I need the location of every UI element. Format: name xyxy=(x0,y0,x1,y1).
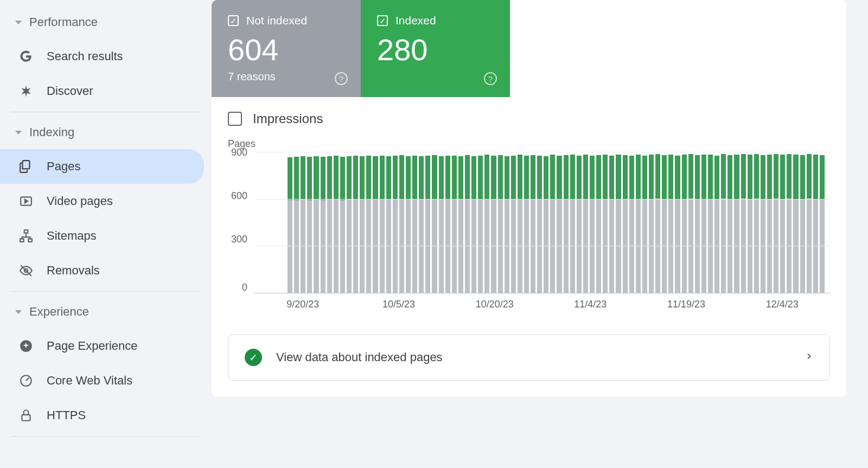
bar[interactable] xyxy=(353,152,358,293)
bar[interactable] xyxy=(307,152,312,293)
bar[interactable] xyxy=(531,152,535,293)
bar[interactable] xyxy=(682,152,687,293)
bar[interactable] xyxy=(425,152,430,293)
view-indexed-pages-button[interactable]: ✓ View data about indexed pages xyxy=(228,334,830,381)
bar[interactable] xyxy=(491,152,496,293)
bar[interactable] xyxy=(314,152,318,293)
bar[interactable] xyxy=(754,152,759,293)
bar[interactable] xyxy=(366,152,371,293)
bar[interactable] xyxy=(748,152,752,293)
bar[interactable] xyxy=(721,152,726,293)
bar[interactable] xyxy=(787,152,792,293)
bar[interactable] xyxy=(800,152,805,293)
bar[interactable] xyxy=(577,152,582,293)
bar[interactable] xyxy=(393,152,398,293)
bar[interactable] xyxy=(452,152,457,293)
bar[interactable] xyxy=(708,152,713,293)
sidebar-item-search-results[interactable]: Search results xyxy=(0,39,204,74)
bar[interactable] xyxy=(537,152,542,293)
sidebar-item-video-pages[interactable]: Video pages xyxy=(0,184,204,219)
sidebar-item-removals[interactable]: Removals xyxy=(0,253,204,288)
bar[interactable] xyxy=(518,152,522,293)
stat-not-indexed[interactable]: ✓ Not indexed 604 7 reasons ? xyxy=(212,0,361,97)
bar[interactable] xyxy=(688,152,693,293)
bar[interactable] xyxy=(596,152,601,293)
bar[interactable] xyxy=(714,152,719,293)
stat-indexed[interactable]: ✓ Indexed 280 ? xyxy=(361,0,510,97)
sidebar-item-sitemaps[interactable]: Sitemaps xyxy=(0,219,204,253)
bar[interactable] xyxy=(557,152,561,293)
bar[interactable] xyxy=(445,152,450,293)
bar[interactable] xyxy=(484,152,489,293)
bar[interactable] xyxy=(807,152,812,293)
bar[interactable] xyxy=(373,152,378,293)
bar[interactable] xyxy=(655,152,660,293)
bar[interactable] xyxy=(761,152,765,293)
help-icon[interactable]: ? xyxy=(484,72,497,85)
bar[interactable] xyxy=(590,152,595,293)
bar[interactable] xyxy=(642,152,647,293)
bar[interactable] xyxy=(301,152,305,293)
bar[interactable] xyxy=(406,152,411,293)
bar[interactable] xyxy=(419,152,424,293)
bar[interactable] xyxy=(334,152,339,293)
impressions-toggle[interactable]: Impressions xyxy=(212,97,846,132)
bar[interactable] xyxy=(399,152,404,293)
sidebar-item-https[interactable]: HTTPS xyxy=(0,398,204,433)
bar[interactable] xyxy=(741,152,746,293)
bar[interactable] xyxy=(774,152,778,293)
bar[interactable] xyxy=(727,152,732,293)
bar[interactable] xyxy=(649,152,654,293)
section-header-indexing[interactable]: Indexing xyxy=(0,116,212,149)
bar[interactable] xyxy=(570,152,575,293)
sidebar-item-page-experience[interactable]: Page Experience xyxy=(0,329,204,363)
bar[interactable] xyxy=(623,152,628,293)
bar[interactable] xyxy=(471,152,476,293)
bar[interactable] xyxy=(734,152,739,293)
bar[interactable] xyxy=(544,152,548,293)
bar[interactable] xyxy=(668,152,673,293)
bar[interactable] xyxy=(636,152,641,293)
sidebar-item-core-web-vitals[interactable]: Core Web Vitals xyxy=(0,363,204,398)
sidebar-item-discover[interactable]: Discover xyxy=(0,74,204,108)
bar[interactable] xyxy=(347,152,352,293)
bar[interactable] xyxy=(478,152,483,293)
bar[interactable] xyxy=(380,152,385,293)
bar[interactable] xyxy=(524,152,529,293)
bar[interactable] xyxy=(432,152,437,293)
bar[interactable] xyxy=(465,152,470,293)
bar[interactable] xyxy=(498,152,503,293)
bar[interactable] xyxy=(340,152,345,293)
bar[interactable] xyxy=(603,152,608,293)
bar[interactable] xyxy=(701,152,706,293)
bar[interactable] xyxy=(564,152,569,293)
bar[interactable] xyxy=(386,152,391,293)
bar[interactable] xyxy=(583,152,588,293)
bar[interactable] xyxy=(780,152,785,293)
bar[interactable] xyxy=(793,152,798,293)
help-icon[interactable]: ? xyxy=(335,72,348,85)
bar[interactable] xyxy=(813,152,818,293)
bar[interactable] xyxy=(695,152,700,293)
section-header-performance[interactable]: Performance xyxy=(0,5,212,39)
bar[interactable] xyxy=(511,152,516,293)
bar[interactable] xyxy=(609,152,614,293)
bar[interactable] xyxy=(360,152,365,293)
bar[interactable] xyxy=(767,152,772,293)
bar[interactable] xyxy=(505,152,509,293)
section-header-experience[interactable]: Experience xyxy=(0,295,212,329)
bar[interactable] xyxy=(616,152,621,293)
bar[interactable] xyxy=(321,152,326,293)
bar[interactable] xyxy=(820,152,825,293)
bar[interactable] xyxy=(675,152,680,293)
bar[interactable] xyxy=(550,152,555,293)
sidebar-item-pages[interactable]: Pages xyxy=(0,149,204,184)
bar[interactable] xyxy=(288,152,292,293)
bar[interactable] xyxy=(412,152,417,293)
bar[interactable] xyxy=(327,152,332,293)
bar[interactable] xyxy=(662,152,667,293)
bar[interactable] xyxy=(629,152,634,293)
bar[interactable] xyxy=(294,152,299,293)
bar[interactable] xyxy=(439,152,444,293)
bar[interactable] xyxy=(458,152,463,293)
